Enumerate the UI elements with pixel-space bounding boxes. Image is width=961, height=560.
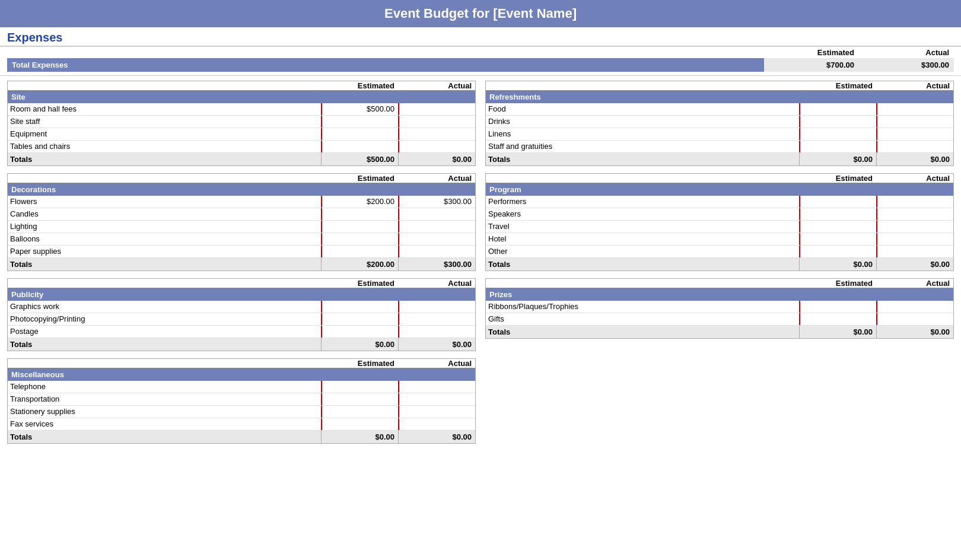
section-program-totals: Totals$0.00$0.00: [486, 258, 953, 271]
prizes-item-0-estimated[interactable]: [799, 301, 876, 313]
miscellaneous-item-2-actual[interactable]: [398, 406, 475, 418]
total-expenses-label: Total Expenses: [7, 58, 764, 72]
publicity-item-1-actual[interactable]: [398, 313, 475, 325]
miscellaneous-item-0-actual[interactable]: [398, 381, 475, 393]
publicity-item-2: Postage: [8, 326, 475, 338]
section-prizes-totals: Totals$0.00$0.00: [486, 326, 953, 338]
program-item-2-estimated[interactable]: [799, 221, 876, 233]
decorations-item-1-actual[interactable]: [398, 208, 475, 220]
main-title: Event Budget for [Event Name]: [0, 0, 961, 27]
publicity-item-0-estimated[interactable]: [321, 301, 398, 313]
refreshments-item-1-actual[interactable]: [876, 116, 953, 128]
program-item-4-actual[interactable]: [876, 246, 953, 257]
publicity-item-2-actual[interactable]: [398, 326, 475, 338]
section-site-totals-estimated: $500.00: [321, 153, 398, 166]
miscellaneous-item-2-estimated[interactable]: [321, 406, 398, 418]
section-refreshments-estimated-header: Estimated: [799, 81, 876, 90]
site-item-0-estimated[interactable]: $500.00: [321, 103, 398, 115]
summary-estimated-header: Estimated: [764, 48, 859, 57]
program-item-2-actual[interactable]: [876, 221, 953, 233]
section-publicity-title: Publicity: [8, 288, 475, 301]
section-miscellaneous-title: Miscellaneous: [8, 368, 475, 381]
section-prizes-estimated-header: Estimated: [799, 279, 876, 288]
section-site-actual-header: Actual: [398, 81, 475, 90]
site-item-2: Equipment: [8, 128, 475, 141]
site-item-3-estimated[interactable]: [321, 141, 398, 152]
decorations-item-1-estimated[interactable]: [321, 208, 398, 220]
decorations-item-2-label: Lighting: [8, 221, 321, 233]
site-item-3-actual[interactable]: [398, 141, 475, 152]
program-item-4-estimated[interactable]: [799, 246, 876, 257]
publicity-item-1-estimated[interactable]: [321, 313, 398, 325]
decorations-item-3-actual[interactable]: [398, 233, 475, 245]
miscellaneous-item-1-label: Transportation: [8, 393, 321, 405]
program-item-3: Hotel: [486, 233, 953, 246]
refreshments-item-3-estimated[interactable]: [799, 141, 876, 152]
miscellaneous-item-3: Fax services: [8, 418, 475, 431]
section-site-totals: Totals$500.00$0.00: [8, 153, 475, 166]
refreshments-item-3-actual[interactable]: [876, 141, 953, 152]
decorations-item-4: Paper supplies: [8, 246, 475, 258]
publicity-item-2-estimated[interactable]: [321, 326, 398, 338]
site-item-3: Tables and chairs: [8, 141, 475, 153]
refreshments-item-1-estimated[interactable]: [799, 116, 876, 128]
prizes-item-0-actual[interactable]: [876, 301, 953, 313]
prizes-item-1-actual[interactable]: [876, 313, 953, 325]
publicity-item-0-actual[interactable]: [398, 301, 475, 313]
program-item-4: Other: [486, 246, 953, 258]
miscellaneous-item-3-actual[interactable]: [398, 418, 475, 430]
miscellaneous-item-1-actual[interactable]: [398, 393, 475, 405]
program-item-1-actual[interactable]: [876, 208, 953, 220]
section-publicity-totals-actual: $0.00: [398, 338, 475, 351]
section-refreshments-totals-estimated: $0.00: [799, 153, 876, 166]
program-item-1-estimated[interactable]: [799, 208, 876, 220]
publicity-item-2-label: Postage: [8, 326, 321, 338]
section-site: EstimatedActualSiteRoom and hall fees$50…: [7, 81, 476, 166]
miscellaneous-item-2-label: Stationery supplies: [8, 406, 321, 418]
decorations-item-2-estimated[interactable]: [321, 221, 398, 233]
program-item-3-actual[interactable]: [876, 233, 953, 245]
publicity-item-0: Graphics work: [8, 301, 475, 313]
section-decorations-estimated-header: Estimated: [321, 174, 398, 183]
refreshments-item-2-actual[interactable]: [876, 128, 953, 140]
program-item-3-estimated[interactable]: [799, 233, 876, 245]
decorations-item-0-estimated[interactable]: $200.00: [321, 196, 398, 208]
miscellaneous-item-0-estimated[interactable]: [321, 381, 398, 393]
expenses-header: Expenses: [0, 27, 961, 47]
section-refreshments-totals-label: Totals: [486, 153, 799, 166]
section-decorations-totals-actual: $300.00: [398, 258, 475, 271]
prizes-item-1-estimated[interactable]: [799, 313, 876, 325]
section-decorations-actual-header: Actual: [398, 174, 475, 183]
site-item-0-actual[interactable]: [398, 103, 475, 115]
decorations-item-3-estimated[interactable]: [321, 233, 398, 245]
section-program-col-headers: EstimatedActual: [486, 174, 953, 183]
refreshments-item-0-actual[interactable]: [876, 103, 953, 115]
total-expenses-row: Total Expenses $700.00 $300.00: [7, 58, 954, 72]
publicity-item-1: Photocopying/Printing: [8, 313, 475, 326]
site-item-2-estimated[interactable]: [321, 128, 398, 140]
program-item-0-estimated[interactable]: [799, 196, 876, 208]
decorations-item-4-estimated[interactable]: [321, 246, 398, 257]
publicity-item-0-label: Graphics work: [8, 301, 321, 313]
decorations-item-4-actual[interactable]: [398, 246, 475, 257]
decorations-item-2-actual[interactable]: [398, 221, 475, 233]
section-decorations-totals: Totals$200.00$300.00: [8, 258, 475, 271]
section-site-totals-actual: $0.00: [398, 153, 475, 166]
refreshments-item-2-label: Linens: [486, 128, 799, 140]
decorations-item-0-actual[interactable]: $300.00: [398, 196, 475, 208]
site-item-1-actual[interactable]: [398, 116, 475, 128]
program-item-4-label: Other: [486, 246, 799, 257]
site-item-2-actual[interactable]: [398, 128, 475, 140]
refreshments-item-2-estimated[interactable]: [799, 128, 876, 140]
site-item-1-estimated[interactable]: [321, 116, 398, 128]
miscellaneous-item-1-estimated[interactable]: [321, 393, 398, 405]
section-decorations-title: Decorations: [8, 183, 475, 196]
program-item-0-actual[interactable]: [876, 196, 953, 208]
refreshments-item-0-estimated[interactable]: [799, 103, 876, 115]
summary-area: Estimated Actual Total Expenses $700.00 …: [0, 47, 961, 76]
miscellaneous-item-3-estimated[interactable]: [321, 418, 398, 430]
section-program-actual-header: Actual: [876, 174, 953, 183]
refreshments-item-1-label: Drinks: [486, 116, 799, 128]
decorations-item-2: Lighting: [8, 221, 475, 233]
section-publicity-estimated-header: Estimated: [321, 279, 398, 288]
